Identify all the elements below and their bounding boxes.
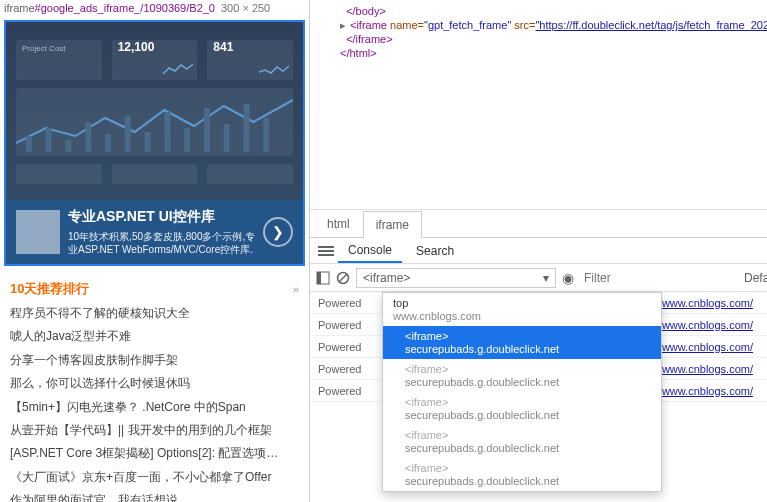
source-link[interactable]: /www.cnblogs.com/ <box>659 297 759 309</box>
svg-rect-3 <box>85 122 91 152</box>
ad-dashboard-graphic: Project Cost 12,100 841 <box>16 40 293 180</box>
svg-rect-4 <box>105 134 111 152</box>
ad-iframe-preview[interactable]: Project Cost 12,100 841 <box>4 20 305 266</box>
ad-title: 专业ASP.NET UI控件库 <box>68 208 263 226</box>
svg-rect-10 <box>224 124 230 152</box>
log-levels-selector[interactable]: Defaul <box>744 271 767 285</box>
dropdown-item-iframe[interactable]: <iframe> securepubads.g.doubleclick.net <box>383 326 661 359</box>
sidebar-toggle-icon[interactable] <box>316 269 330 287</box>
ad-chart-wide <box>16 88 293 156</box>
source-link[interactable]: /www.cnblogs.com/ <box>659 341 759 353</box>
ad-thumbnail <box>16 210 60 254</box>
svg-rect-8 <box>184 128 190 152</box>
svg-rect-7 <box>164 112 170 152</box>
svg-rect-9 <box>204 108 210 152</box>
post-link[interactable]: 唬人的Java泛型并不难 <box>10 325 299 348</box>
live-expression-icon[interactable]: ◉ <box>562 269 574 287</box>
svg-rect-11 <box>244 104 250 152</box>
source-link[interactable]: /www.cnblogs.com/ <box>659 319 759 331</box>
page-preview-pane: iframe #google_ads_iframe_/1090369/B2_0 … <box>0 0 310 502</box>
iframe-id: #google_ads_iframe_/1090369/B2_0 <box>35 2 215 14</box>
code-line: </body> <box>340 4 737 18</box>
clear-console-icon[interactable] <box>336 269 350 287</box>
context-dropdown: top www.cnblogs.com <iframe> securepubad… <box>382 292 662 492</box>
console-log-area: Powered/www.cnblogs.com/ Powered/www.cnb… <box>310 292 767 402</box>
ad-card-number: 841 <box>207 40 239 54</box>
post-link[interactable]: 《大厂面试》京东+百度一面，不小心都拿了Offer <box>10 466 299 489</box>
post-link[interactable]: 【5min+】闪电光速拳？ .NetCore 中的Span <box>10 396 299 419</box>
tab-search[interactable]: Search <box>406 240 464 262</box>
svg-rect-2 <box>65 140 71 152</box>
source-link[interactable]: /www.cnblogs.com/ <box>659 385 759 397</box>
post-link[interactable]: 程序员不得不了解的硬核知识大全 <box>10 302 299 325</box>
svg-rect-5 <box>125 116 131 152</box>
post-link[interactable]: [ASP.NET Core 3框架揭秘] Options[2]: 配置选项… <box>10 442 299 465</box>
tab-html[interactable]: html <box>314 210 363 237</box>
iframe-selector-tooltip: iframe #google_ads_iframe_/1090369/B2_0 … <box>0 0 309 16</box>
sparkline-icon <box>163 62 193 76</box>
more-link[interactable]: » <box>293 283 299 295</box>
devtools-pane: </body> ▸<iframe name="gpt_fetch_frame" … <box>310 0 767 502</box>
post-link[interactable]: 从壹开始【学代码】|| 我开发中的用到的几个框架 <box>10 419 299 442</box>
dropdown-item-iframe[interactable]: <iframe> securepubads.g.doubleclick.net <box>383 425 661 458</box>
section-title: 10天推荐排行 » <box>0 272 309 302</box>
code-line: ▸<iframe name="gpt_fetch_frame" src="htt… <box>340 18 737 32</box>
chevron-down-icon: ▾ <box>543 271 549 285</box>
chevron-right-icon[interactable]: ❯ <box>263 217 293 247</box>
context-selected-value: <iframe> <box>363 271 410 285</box>
svg-rect-1 <box>46 128 52 152</box>
svg-rect-12 <box>263 118 269 152</box>
elements-source-view[interactable]: </body> ▸<iframe name="gpt_fetch_frame" … <box>310 0 767 210</box>
svg-line-16 <box>339 274 347 282</box>
post-link[interactable]: 那么，你可以选择什么时候退休吗 <box>10 372 299 395</box>
section-title-text: 10天推荐排行 <box>10 280 89 298</box>
sparkline-icon <box>259 62 289 76</box>
source-link[interactable]: /www.cnblogs.com/ <box>659 363 759 375</box>
code-line: </html> <box>340 46 737 60</box>
post-list: 程序员不得不了解的硬核知识大全 唬人的Java泛型并不难 分享一个博客园皮肤制作… <box>0 302 309 502</box>
execution-context-selector[interactable]: <iframe> ▾ <box>356 268 556 288</box>
filter-input[interactable] <box>580 269 738 287</box>
dropdown-item-iframe[interactable]: <iframe> securepubads.g.doubleclick.net <box>383 458 661 491</box>
ad-text-block: 专业ASP.NET UI控件库 10年技术积累,50多套皮肤,800多个示例,专… <box>6 200 303 264</box>
svg-rect-14 <box>317 272 321 284</box>
dropdown-item-iframe[interactable]: <iframe> securepubads.g.doubleclick.net <box>383 359 661 392</box>
dropdown-item-iframe[interactable]: <iframe> securepubads.g.doubleclick.net <box>383 392 661 425</box>
ad-card-number: 12,100 <box>112 40 161 54</box>
drawer-tabs: Console Search <box>310 238 767 264</box>
post-link[interactable]: 分享一个博客园皮肤制作脚手架 <box>10 349 299 372</box>
ad-description: 10年技术积累,50多套皮肤,800多个示例,专业ASP.NET WebForm… <box>68 230 263 256</box>
dropdown-item-top[interactable]: top www.cnblogs.com <box>383 293 661 326</box>
iframe-dimensions: 300 × 250 <box>221 2 270 14</box>
breadcrumb-tabs: html iframe <box>310 210 767 238</box>
tab-iframe[interactable]: iframe <box>363 211 422 238</box>
tab-console[interactable]: Console <box>338 239 402 263</box>
svg-rect-0 <box>26 136 32 152</box>
code-line: </iframe> <box>340 32 737 46</box>
menu-icon[interactable] <box>318 246 334 256</box>
svg-rect-6 <box>145 132 151 152</box>
iframe-label-prefix: iframe <box>4 2 35 14</box>
console-toolbar: <iframe> ▾ ◉ Defaul <box>310 264 767 292</box>
ad-card-label: Project Cost <box>16 40 102 57</box>
post-link[interactable]: 作为阿里的面试官，我有话想说。 <box>10 489 299 502</box>
